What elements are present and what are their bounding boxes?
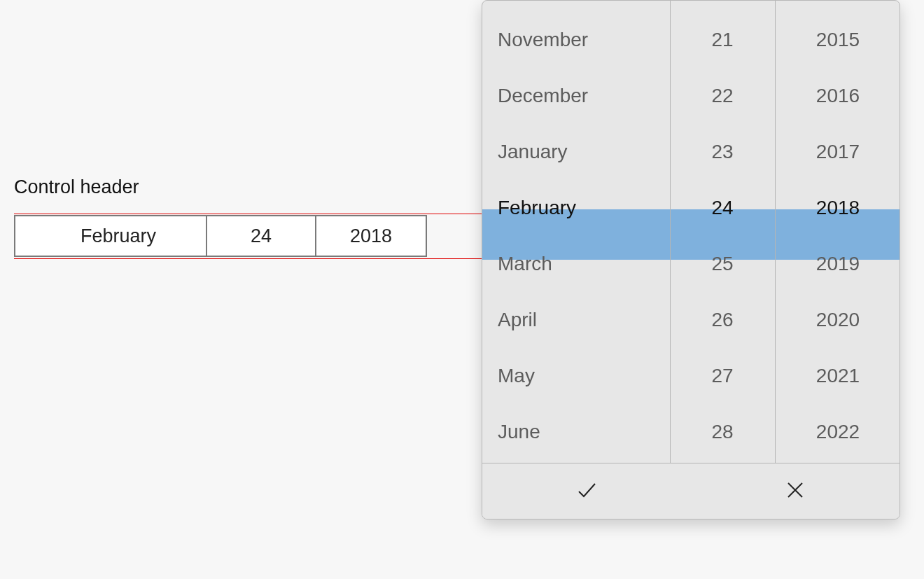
year-wheel-item[interactable]: 2022: [775, 404, 899, 460]
day-wheel-item[interactable]: 23: [670, 124, 775, 180]
day-wheel-item[interactable]: 21: [670, 12, 775, 68]
year-wheel-item[interactable]: 2019: [775, 236, 899, 292]
month-wheel-item[interactable]: November: [482, 12, 670, 68]
month-wheel-item[interactable]: February: [482, 180, 670, 236]
date-picker-field[interactable]: February 24 2018: [14, 215, 427, 257]
year-wheel-item[interactable]: 2018: [775, 180, 899, 236]
month-wheel-item[interactable]: June: [482, 404, 670, 460]
year-wheel-item[interactable]: 2020: [775, 292, 899, 348]
date-field-year[interactable]: 2018: [316, 216, 426, 256]
checkmark-icon: [575, 479, 598, 503]
day-wheel[interactable]: 202122232425262728: [670, 1, 775, 460]
day-wheel-item[interactable]: 28: [670, 404, 775, 460]
month-wheel-item[interactable]: March: [482, 236, 670, 292]
year-wheel-item[interactable]: 2016: [775, 68, 899, 124]
date-picker-wheels: OctoberNovemberDecemberJanuaryFebruaryMa…: [482, 1, 899, 464]
year-wheel-item[interactable]: 2015: [775, 12, 899, 68]
day-wheel-item[interactable]: 22: [670, 68, 775, 124]
month-wheel-item[interactable]: October: [482, 1, 670, 12]
date-picker-popup: OctoberNovemberDecemberJanuaryFebruaryMa…: [482, 0, 900, 519]
cancel-button[interactable]: [691, 463, 899, 519]
date-field-month[interactable]: February: [15, 216, 207, 256]
month-wheel-item[interactable]: April: [482, 292, 670, 348]
date-picker-actions: [482, 463, 899, 519]
accept-button[interactable]: [482, 463, 691, 519]
date-field-day[interactable]: 24: [207, 216, 316, 256]
day-wheel-item[interactable]: 26: [670, 292, 775, 348]
month-wheel-item[interactable]: May: [482, 348, 670, 404]
year-wheel-item[interactable]: 2021: [775, 348, 899, 404]
close-icon: [784, 479, 806, 503]
year-wheel-item[interactable]: 2014: [775, 1, 899, 12]
month-wheel-item[interactable]: December: [482, 68, 670, 124]
day-wheel-item[interactable]: 25: [670, 236, 775, 292]
control-header-label: Control header: [14, 176, 139, 198]
month-wheel[interactable]: OctoberNovemberDecemberJanuaryFebruaryMa…: [482, 1, 670, 460]
day-wheel-item[interactable]: 27: [670, 348, 775, 404]
day-wheel-item[interactable]: 24: [670, 180, 775, 236]
month-wheel-item[interactable]: January: [482, 124, 670, 180]
year-wheel-item[interactable]: 2017: [775, 124, 899, 180]
day-wheel-item[interactable]: 20: [670, 1, 775, 12]
year-wheel[interactable]: 201420152016201720182019202020212022: [775, 1, 899, 460]
